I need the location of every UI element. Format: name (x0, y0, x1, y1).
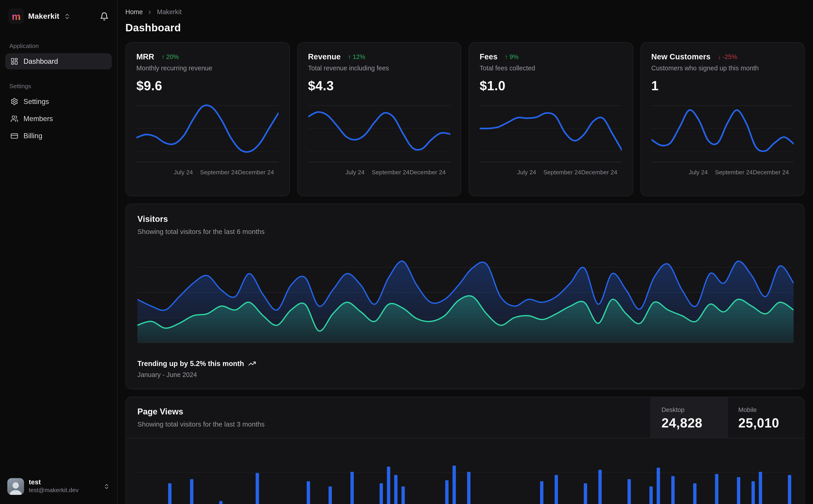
x-axis-labels: July 24September 24December 24 (480, 169, 622, 178)
visitors-subtitle: Showing total visitors for the last 6 mo… (137, 228, 793, 235)
sparkline-chart: July 24September 24December 24 (308, 101, 450, 188)
breadcrumb: Home Makerkit (125, 8, 805, 16)
trend-badge: ↑12% (348, 53, 365, 60)
chevron-right-icon (147, 9, 153, 15)
toggle-desktop-value: 24,828 (662, 416, 717, 431)
x-axis-labels: July 24September 24December 24 (308, 169, 450, 178)
stat-subtitle: Total fees collected (480, 65, 622, 72)
sparkline-svg (136, 101, 278, 162)
toggle-mobile-label: Mobile (738, 406, 794, 413)
breadcrumb-current: Makerkit (157, 8, 181, 16)
sparkline-svg (651, 101, 793, 162)
page-views-header: Page Views Showing total visitors for th… (126, 397, 804, 438)
section-label-application: Application (9, 43, 108, 49)
visitors-card: Visitors Showing total visitors for the … (125, 204, 805, 389)
gear-icon (11, 98, 18, 105)
stat-value: 1 (651, 78, 794, 93)
layout-dashboard-icon (11, 57, 18, 65)
stat-value: $9.6 (136, 78, 279, 93)
sparkline-chart: July 24September 24December 24 (480, 101, 622, 188)
main-content: Home Makerkit Dashboard MRR ↑20% Monthly… (117, 0, 813, 504)
chevrons-up-down-icon (64, 13, 70, 20)
arrow-up-icon: ↑ (348, 53, 351, 60)
page-views-subtitle: Showing total visitors for the last 3 mo… (137, 420, 639, 428)
arrow-up-icon: ↑ (161, 53, 165, 60)
page-title: Dashboard (125, 22, 805, 34)
visitors-svg (137, 243, 794, 345)
page-views-title: Page Views (137, 407, 639, 416)
toggle-desktop[interactable]: Desktop 24,828 (651, 397, 727, 438)
visitors-date-range: January - June 2024 (137, 371, 793, 378)
sparkline-svg (308, 101, 450, 162)
sidebar: m Makerkit Application Dashboard Setting… (0, 0, 117, 504)
trend-badge: ↓-25% (718, 53, 737, 60)
trending-up-icon (248, 360, 256, 367)
users-icon (11, 115, 18, 123)
chevrons-up-down-icon (103, 483, 109, 489)
sparkline-chart: July 24September 24December 24 (651, 101, 794, 188)
toggle-mobile[interactable]: Mobile 25,010 (727, 397, 804, 438)
x-axis-labels: July 24September 24December 24 (651, 169, 794, 178)
breadcrumb-home[interactable]: Home (125, 8, 143, 16)
stat-title: New Customers (651, 52, 711, 61)
user-meta: test test@makerkit.dev (29, 478, 79, 494)
sidebar-item-label: Dashboard (24, 57, 58, 65)
visitors-trend-text: Trending up by 5.2% this month (137, 360, 244, 367)
stat-title: Fees (480, 52, 497, 61)
stat-value: $4.3 (308, 78, 450, 93)
stat-title: MRR (136, 52, 154, 61)
page-views-svg (137, 450, 794, 504)
stat-subtitle: Total revenue including fees (308, 65, 450, 72)
stat-card-new-customers: New Customers ↓-25% Customers who signed… (640, 42, 805, 196)
makerkit-logo: m (8, 8, 24, 24)
visitors-area-chart (137, 243, 793, 347)
avatar (7, 478, 24, 495)
team-switcher[interactable]: m Makerkit (5, 6, 112, 26)
sparkline-svg (480, 101, 622, 162)
sidebar-item-members[interactable]: Members (5, 111, 112, 127)
sidebar-item-label: Members (24, 115, 53, 123)
user-name: test (29, 478, 79, 487)
toggle-mobile-value: 25,010 (738, 416, 794, 431)
stat-card-mrr: MRR ↑20% Monthly recurring revenue $9.6 … (125, 42, 290, 196)
sidebar-item-label: Settings (24, 98, 49, 105)
stat-cards-row: MRR ↑20% Monthly recurring revenue $9.6 … (125, 42, 805, 196)
section-label-settings: Settings (9, 83, 108, 89)
sidebar-item-settings[interactable]: Settings (5, 93, 112, 110)
user-email: test@makerkit.dev (29, 487, 79, 494)
sparkline-chart: July 24September 24December 24 (136, 101, 279, 188)
sidebar-item-dashboard[interactable]: Dashboard (5, 53, 112, 69)
stat-title: Revenue (308, 52, 341, 61)
stat-card-fees: Fees ↑9% Total fees collected $1.0 July … (469, 42, 633, 196)
page-views-title-block: Page Views Showing total visitors for th… (126, 397, 651, 438)
stat-subtitle: Monthly recurring revenue (136, 65, 279, 72)
credit-card-icon (11, 132, 18, 140)
app-root: m Makerkit Application Dashboard Setting… (0, 0, 813, 504)
sidebar-item-billing[interactable]: Billing (5, 128, 112, 144)
visitors-footer: Trending up by 5.2% this month January -… (137, 360, 793, 378)
stat-subtitle: Customers who signed up this month (651, 65, 794, 72)
trend-badge: ↑9% (505, 53, 518, 60)
arrow-down-icon: ↓ (718, 53, 721, 60)
page-views-bar-chart (137, 450, 793, 504)
user-menu[interactable]: test test@makerkit.dev (5, 476, 112, 496)
stat-value: $1.0 (480, 78, 622, 93)
visitors-title: Visitors (137, 215, 793, 224)
toggle-desktop-label: Desktop (662, 406, 717, 413)
trend-badge: ↑20% (161, 53, 178, 60)
arrow-up-icon: ↑ (505, 53, 508, 60)
x-axis-labels: July 24September 24December 24 (136, 169, 279, 178)
bell-icon[interactable] (100, 12, 109, 21)
page-views-card: Page Views Showing total visitors for th… (125, 397, 805, 504)
sidebar-item-label: Billing (24, 132, 42, 140)
team-name: Makerkit (28, 12, 59, 21)
stat-card-revenue: Revenue ↑12% Total revenue including fee… (297, 42, 461, 196)
